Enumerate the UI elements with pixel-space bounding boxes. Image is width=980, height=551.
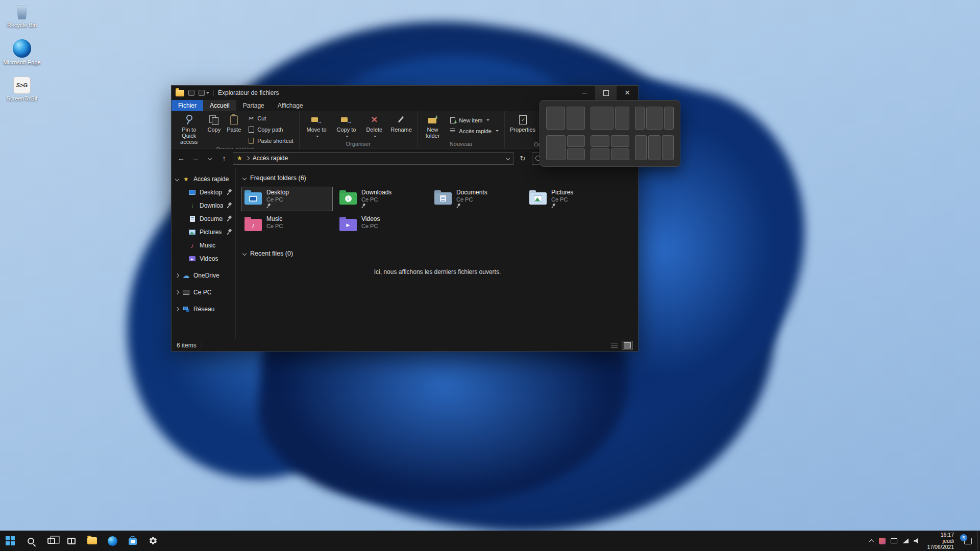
videos-folder-icon [339,219,357,231]
tray-pc-button[interactable] [888,531,900,551]
taskbar-clock[interactable]: 16:17 jeudi 17/06/2021 [923,531,958,551]
rename-button[interactable]: Rename [388,113,414,140]
tray-app-icon-button[interactable] [876,531,888,551]
tab-partage[interactable]: Partage [236,100,271,111]
show-desktop-button[interactable] [977,531,980,551]
divider [202,342,202,348]
hidden-icons-button[interactable] [868,531,876,551]
snap-layout-two-columns-left-wide[interactable] [591,107,629,130]
copy-path-button[interactable]: Copy path [246,125,295,134]
desktop-icon-screentogif[interactable]: S>G ScreenToGif [3,77,41,102]
expand-chevron-icon[interactable] [175,177,179,181]
pictures-icon [188,229,196,236]
clock-date: 17/06/2021 [927,544,954,550]
folder-tile-videos[interactable]: Videos Ce PC [336,213,428,238]
recent-files-header[interactable]: Recent files (0) [241,248,634,259]
desktop-icon [188,189,196,196]
address-bar[interactable]: Accès rapide [233,152,513,165]
close-button[interactable] [617,86,638,100]
copy-button[interactable]: Copy [205,113,223,146]
paste-button[interactable]: Paste [224,113,243,146]
taskbar-settings-button[interactable] [143,531,163,551]
forward-button[interactable] [190,153,201,164]
sidebar-item-documents[interactable]: Documents [172,212,235,226]
up-button[interactable] [218,153,230,164]
recent-locations-button[interactable] [204,153,215,164]
folder-tile-music[interactable]: Music Ce PC [241,213,333,238]
breadcrumb-chevron-icon [246,156,250,160]
tray-network-button[interactable] [900,531,911,551]
sidebar-item-videos[interactable]: Videos [172,252,235,265]
volume-icon [914,538,920,544]
collapse-chevron-icon[interactable] [242,252,247,256]
chevron-down-icon [208,156,212,160]
qat-customize-chevron-icon[interactable] [206,92,209,94]
address-dropdown-chevron-icon[interactable] [506,156,510,160]
sidebar-item-ce-pc[interactable]: Ce PC [172,286,235,299]
delete-button[interactable]: Delete [361,113,387,140]
desktop-icon-recycle-bin[interactable]: Recycle Bin [3,3,41,28]
snap-layout-two-columns[interactable] [546,107,585,130]
quick-access-toolbar-icon[interactable] [199,90,205,96]
sidebar-item-desktop[interactable]: Desktop [172,186,235,199]
new-folder-button[interactable]: New folder [420,113,446,140]
system-tray: 16:17 jeudi 17/06/2021 5 [868,531,980,551]
task-view-button[interactable] [41,531,61,551]
breadcrumb-location[interactable]: Accès rapide [253,155,288,162]
tab-fichier[interactable]: Fichier [172,100,203,111]
move-to-button[interactable]: Move to [302,113,331,140]
taskbar-file-explorer-button[interactable] [82,531,102,551]
sidebar-item-reseau[interactable]: Réseau [172,303,235,316]
quick-access-toolbar-icon[interactable] [188,90,194,96]
taskbar-edge-button[interactable] [102,531,122,551]
new-folder-icon [427,114,439,126]
paste-shortcut-button[interactable]: Paste shortcut [246,136,295,145]
pinned-icon [551,204,556,209]
maximize-button[interactable] [595,86,617,100]
taskbar-store-button[interactable] [122,531,143,551]
details-view-button[interactable] [608,341,620,350]
folder-tile-pictures[interactable]: Pictures Ce PC [526,187,618,211]
sidebar-item-downloads[interactable]: Downloads [172,199,235,212]
refresh-button[interactable] [517,152,529,164]
properties-button[interactable]: Properties [507,113,538,141]
start-button[interactable] [0,531,20,551]
snap-layout-one-plus-two-right[interactable] [546,135,585,161]
expand-chevron-icon[interactable] [175,273,179,278]
folder-tile-downloads[interactable]: Downloads Ce PC [336,187,428,211]
snap-layout-three-columns[interactable] [635,135,674,161]
minimize-button[interactable] [574,86,595,100]
tab-accueil[interactable]: Accueil [203,100,236,111]
new-item-button[interactable]: New item [447,116,501,124]
edge-icon [13,39,31,58]
cut-button[interactable]: Cut [246,114,295,122]
easy-access-button[interactable]: Accès rapide [447,127,501,135]
copy-icon [208,114,220,126]
pin-to-quick-access-button[interactable]: Pin to Quick access [174,113,204,146]
chevron-up-icon [869,539,874,544]
tab-affichage[interactable]: Affichage [271,100,310,111]
folder-tile-desktop[interactable]: Desktop Ce PC [241,187,333,211]
snap-layout-four-grid[interactable] [591,135,629,161]
taskbar-search-button[interactable] [20,531,41,551]
copy-to-button[interactable]: Copy to [332,113,361,140]
widgets-button[interactable] [61,531,82,551]
sidebar-item-pictures[interactable]: Pictures [172,226,235,239]
large-icons-view-button[interactable] [622,341,633,350]
notifications-button[interactable]: 5 [958,531,977,551]
desktop-icon-microsoft-edge[interactable]: Microsoft Edge [3,39,41,65]
collapse-chevron-icon[interactable] [242,176,247,180]
expand-chevron-icon[interactable] [175,307,179,311]
expand-chevron-icon[interactable] [175,290,179,294]
snap-layout-three-columns-wide-center[interactable] [635,107,674,130]
cut-icon [248,115,255,122]
tray-volume-button[interactable] [911,531,923,551]
network-icon [902,538,909,543]
sidebar-item-music[interactable]: Music [172,239,235,252]
frequent-folders-header[interactable]: Frequent folders (6) [241,172,634,184]
sidebar-item-onedrive[interactable]: OneDrive [172,269,235,282]
back-button[interactable] [176,153,187,164]
folder-tile-documents[interactable]: Documents Ce PC [431,187,523,211]
sidebar-item-quick-access[interactable]: Accès rapide [172,172,235,186]
downloads-folder-icon [339,192,357,205]
